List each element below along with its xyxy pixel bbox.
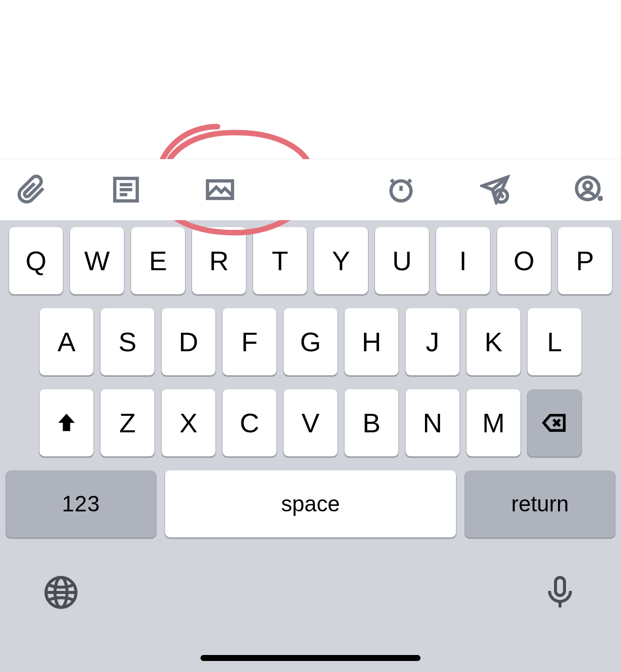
key-u[interactable]: U <box>375 227 429 294</box>
key-p[interactable]: P <box>558 227 612 294</box>
key-n[interactable]: N <box>406 389 460 456</box>
key-y[interactable]: Y <box>314 227 368 294</box>
key-x[interactable]: X <box>162 389 216 456</box>
home-indicator[interactable] <box>200 655 420 661</box>
key-e[interactable]: E <box>131 227 185 294</box>
keyboard-row-3: Z X C V B N M <box>6 389 615 456</box>
key-a[interactable]: A <box>40 308 94 375</box>
attachment-icon[interactable] <box>14 172 50 208</box>
keyboard-row-4: 123 space return <box>6 470 615 537</box>
key-t[interactable]: T <box>253 227 307 294</box>
timer-icon[interactable] <box>383 172 419 208</box>
keyboard-bottom-bar <box>6 551 615 612</box>
compose-toolbar <box>0 159 621 220</box>
key-g[interactable]: G <box>284 308 338 375</box>
keyboard-row-2: A S D F G H J K L <box>6 308 615 375</box>
add-contact-icon[interactable] <box>571 172 607 208</box>
return-key[interactable]: return <box>465 470 615 537</box>
key-s[interactable]: S <box>100 308 154 375</box>
svg-rect-19 <box>556 577 564 595</box>
key-k[interactable]: K <box>466 308 520 375</box>
key-f[interactable]: F <box>222 308 276 375</box>
keyboard-row-1: Q W E R T Y U I O P <box>6 227 615 294</box>
key-d[interactable]: D <box>162 308 216 375</box>
space-key[interactable]: space <box>165 470 456 537</box>
key-h[interactable]: H <box>344 308 398 375</box>
key-m[interactable]: M <box>466 389 520 456</box>
send-later-icon[interactable] <box>477 172 513 208</box>
key-v[interactable]: V <box>284 389 338 456</box>
key-w[interactable]: W <box>70 227 124 294</box>
key-r[interactable]: R <box>192 227 246 294</box>
numbers-key[interactable]: 123 <box>6 470 156 537</box>
key-j[interactable]: J <box>406 308 460 375</box>
key-i[interactable]: I <box>436 227 490 294</box>
key-l[interactable]: L <box>528 308 582 375</box>
shift-key[interactable] <box>40 389 94 456</box>
template-icon[interactable] <box>108 172 144 208</box>
key-c[interactable]: C <box>222 389 276 456</box>
key-b[interactable]: B <box>344 389 398 456</box>
content-area <box>0 0 621 159</box>
key-q[interactable]: Q <box>9 227 63 294</box>
globe-icon[interactable] <box>41 572 81 612</box>
ios-keyboard: Q W E R T Y U I O P A S D F G H J K L Z … <box>0 220 621 672</box>
delete-key[interactable] <box>528 389 582 456</box>
key-z[interactable]: Z <box>100 389 154 456</box>
key-o[interactable]: O <box>497 227 551 294</box>
svg-point-11 <box>584 182 592 190</box>
microphone-icon[interactable] <box>540 572 580 612</box>
svg-line-9 <box>502 196 504 198</box>
image-icon[interactable] <box>202 172 238 208</box>
